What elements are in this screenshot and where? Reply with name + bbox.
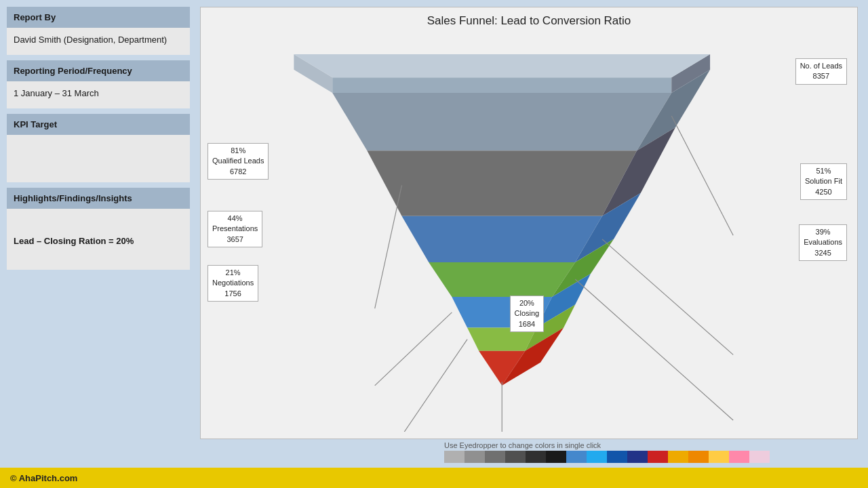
line-leads xyxy=(671,116,733,235)
report-by-value: David Smith (Designation, Department) xyxy=(7,28,190,55)
color-swatch[interactable] xyxy=(607,451,627,463)
label-solution: 51%Solution Fit4250 xyxy=(800,163,847,200)
color-swatch[interactable] xyxy=(444,451,465,463)
chart-title: Sales Funnel: Lead to Conversion Ratio xyxy=(208,14,850,28)
label-closing: 20%Closing1684 xyxy=(510,296,545,332)
report-by-header: Report By xyxy=(7,7,190,28)
color-swatch[interactable] xyxy=(566,451,587,463)
funnel-stage-3 xyxy=(401,216,601,262)
period-header: Reporting Period/Frequency xyxy=(7,60,190,81)
line-presentations xyxy=(375,312,452,386)
color-swatch[interactable] xyxy=(709,451,729,463)
label-eval: 39%Evaluations3245 xyxy=(799,224,847,261)
color-swatch[interactable] xyxy=(546,451,566,463)
chart-area: Sales Funnel: Lead to Conversion Ratio xyxy=(197,0,868,468)
period-value: 1 January – 31 March xyxy=(7,81,190,108)
funnel-top-face xyxy=(294,54,710,77)
line-negotiations xyxy=(401,340,467,432)
chart-container: Sales Funnel: Lead to Conversion Ratio xyxy=(200,7,858,439)
kpi-value xyxy=(7,135,190,182)
copyright-text: © AhaPitch.com xyxy=(10,473,77,483)
funnel-top-cap xyxy=(332,77,671,93)
insights-value: Lead – Closing Ration = 20% xyxy=(7,209,190,270)
funnel-stage-4 xyxy=(429,262,575,297)
leads-val: 8357 xyxy=(813,72,829,80)
funnel-stage-2 xyxy=(367,150,637,216)
color-swatch[interactable] xyxy=(485,451,505,463)
chart-inner: No. of Leads8357 81%Qualified Leads6782 … xyxy=(208,31,850,432)
bottom-bar: © AhaPitch.com xyxy=(0,468,868,488)
line-solution xyxy=(602,239,733,354)
line-eval xyxy=(575,279,733,420)
kpi-header: KPI Target xyxy=(7,114,190,135)
color-swatch[interactable] xyxy=(688,451,709,463)
label-leads: No. of Leads8357 xyxy=(795,58,847,85)
label-qualified: 81%Qualified Leads6782 xyxy=(208,143,269,180)
highlight-text: Lead – Closing Ration = 20% xyxy=(14,236,134,246)
color-swatch[interactable] xyxy=(465,451,485,463)
color-swatch[interactable] xyxy=(749,451,770,463)
eyedropper-text: Use Eyedropper to change colors in singl… xyxy=(444,441,858,449)
color-swatch[interactable] xyxy=(648,451,668,463)
insights-header: Highlights/Findings/Insights xyxy=(7,188,190,209)
funnel-chart xyxy=(208,31,850,432)
line-qualified xyxy=(375,185,402,308)
label-negotiations: 21%Negotiations1756 xyxy=(208,265,258,302)
color-swatch[interactable] xyxy=(729,451,749,463)
label-presentations: 44%Presentations3657 xyxy=(208,211,262,247)
color-swatch[interactable] xyxy=(587,451,607,463)
funnel-stage-1 xyxy=(332,93,671,150)
color-swatch[interactable] xyxy=(505,451,526,463)
color-swatch[interactable] xyxy=(668,451,688,463)
footer-area: Use Eyedropper to change colors in singl… xyxy=(200,439,858,464)
sidebar: Report By David Smith (Designation, Depa… xyxy=(0,0,197,468)
color-swatch[interactable] xyxy=(627,451,648,463)
swatches-row xyxy=(444,451,858,463)
color-swatch[interactable] xyxy=(526,451,546,463)
